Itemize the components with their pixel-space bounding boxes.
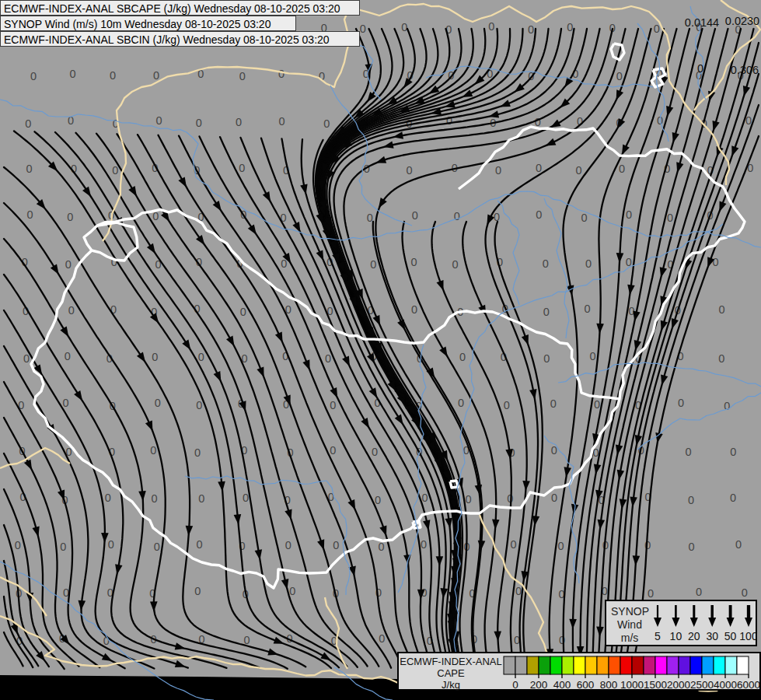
cape-color-scale: 0200400600800100015002000250040006000 (503, 656, 761, 691)
svg-text:0: 0 (696, 586, 702, 598)
svg-text:0: 0 (285, 539, 291, 551)
cape-color-cell (574, 656, 585, 674)
svg-text:0: 0 (154, 541, 160, 553)
wind-speed-scale: 510203050100 (648, 601, 757, 645)
svg-text:0: 0 (412, 209, 418, 222)
svg-text:0: 0 (616, 70, 623, 82)
cape-color-cell (655, 656, 667, 674)
svg-text:0: 0 (378, 541, 384, 553)
svg-text:0: 0 (65, 258, 72, 271)
svg-text:0: 0 (198, 351, 204, 363)
svg-text:0: 0 (446, 114, 452, 127)
svg-text:0: 0 (330, 399, 336, 411)
down-arrow-icon (690, 618, 698, 627)
svg-text:0: 0 (550, 397, 557, 410)
svg-text:0: 0 (685, 446, 691, 458)
cape-color-cell (737, 656, 749, 674)
svg-text:0: 0 (333, 539, 339, 551)
svg-text:0: 0 (194, 446, 201, 459)
cape-tick-label: 800 (600, 679, 618, 691)
svg-text:0: 0 (239, 70, 246, 82)
wind-speed-value: 50 (724, 630, 737, 642)
cape-tick-label: 4000 (714, 679, 737, 691)
cape-color-cell (609, 656, 620, 674)
svg-text:0: 0 (594, 398, 600, 411)
svg-text:0: 0 (590, 350, 596, 362)
svg-text:0: 0 (370, 258, 376, 271)
cape-legend-title: ECMWF-INDEX-ANAL CAPE J/kg (399, 656, 503, 691)
svg-text:0: 0 (466, 493, 472, 506)
svg-text:0: 0 (25, 117, 31, 130)
svg-text:0: 0 (401, 21, 407, 33)
down-arrow-icon (708, 618, 716, 627)
svg-text:0: 0 (536, 208, 542, 221)
svg-text:0: 0 (724, 400, 730, 412)
cape-legend-title-line2: CAPE (399, 667, 503, 679)
down-arrow-icon (727, 618, 735, 627)
cape-color-cell (620, 656, 632, 674)
cape-color-cell (597, 656, 609, 674)
svg-text:0: 0 (585, 257, 592, 270)
svg-text:0: 0 (375, 494, 381, 506)
cape-color-cell (585, 656, 597, 674)
svg-text:0: 0 (239, 162, 245, 174)
svg-text:0: 0 (197, 538, 203, 551)
svg-text:0: 0 (63, 397, 69, 409)
svg-text:0: 0 (105, 492, 111, 504)
cape-tick-label: 2500 (690, 679, 714, 691)
wind-speed-value: 30 (706, 630, 718, 642)
cape-legend-title-line3: J/kg (399, 679, 503, 691)
cape-color-cell (714, 656, 725, 674)
svg-text:0: 0 (713, 256, 719, 268)
svg-text:0: 0 (325, 352, 331, 365)
cape-tick-label: 1000 (620, 679, 644, 691)
cape-color-cell (702, 656, 714, 674)
title-sbcin: ECMWF-INDEX-ANAL SBCIN (J/kg) Wednesday … (0, 31, 360, 47)
svg-text:0: 0 (243, 492, 249, 504)
svg-text:0: 0 (323, 117, 330, 130)
cape-tick-label: 400 (553, 679, 571, 691)
cape-tick-label: 6000 (737, 679, 760, 691)
svg-text:0: 0 (536, 162, 542, 174)
svg-text:0: 0 (689, 541, 695, 553)
cape-color-cell (667, 656, 679, 674)
svg-text:0: 0 (459, 351, 466, 363)
cape-color-cell (539, 656, 550, 674)
svg-text:0: 0 (495, 164, 501, 177)
svg-text:0: 0 (719, 303, 725, 316)
svg-text:0: 0 (196, 117, 202, 129)
svg-text:0: 0 (575, 164, 581, 177)
station-value-label: 0.0230 (725, 15, 759, 27)
svg-text:0: 0 (407, 164, 413, 177)
cape-color-cell (550, 656, 562, 674)
down-arrow-icon (745, 618, 752, 627)
svg-text:0: 0 (421, 492, 428, 504)
cape-color-cell (632, 656, 644, 674)
svg-text:0: 0 (372, 446, 378, 458)
svg-text:0: 0 (60, 541, 66, 553)
svg-text:0: 0 (69, 68, 75, 80)
svg-text:0: 0 (567, 21, 573, 33)
wind-legend-title: SYNOP Wind m/s (611, 605, 648, 645)
cape-color-cell (725, 656, 737, 674)
svg-text:0: 0 (155, 397, 161, 409)
cape-legend-title-line1: ECMWF-INDEX-ANAL (399, 656, 503, 667)
svg-text:0: 0 (15, 539, 21, 551)
svg-text:0: 0 (654, 23, 660, 35)
wind-legend-title-line2: Wind (611, 618, 648, 632)
cape-color-cell (527, 656, 539, 674)
svg-text:0: 0 (678, 397, 684, 409)
svg-text:0: 0 (452, 258, 458, 271)
svg-text:0: 0 (194, 585, 201, 597)
svg-text:0: 0 (330, 444, 336, 457)
cape-tick-label: 2000 (667, 679, 690, 691)
cape-color-cell (562, 656, 574, 674)
svg-text:0: 0 (528, 23, 534, 36)
svg-text:0: 0 (279, 115, 285, 128)
cape-color-cell (690, 656, 702, 674)
svg-text:0: 0 (379, 632, 385, 645)
wind-speed-value: 5 (655, 630, 661, 642)
svg-text:0: 0 (23, 352, 30, 365)
svg-text:0: 0 (488, 20, 494, 33)
svg-text:0: 0 (155, 114, 162, 127)
